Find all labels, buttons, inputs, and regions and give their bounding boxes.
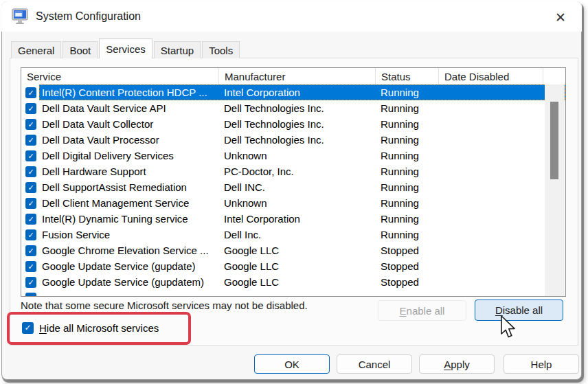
- cell-status: Running: [376, 100, 439, 116]
- cell-date-disabled: [439, 148, 539, 163]
- table-row[interactable]: ✓Dell Hardware SupportPC-Doctor, Inc.Run…: [21, 163, 565, 179]
- note-text: Note that some secure Microsoft services…: [21, 300, 308, 311]
- cell-status: Running: [376, 84, 439, 100]
- row-text[interactable]: Dell Digital Delivery ServicesUnknownRun…: [39, 148, 565, 163]
- tab-startup[interactable]: Startup: [154, 41, 201, 58]
- service-checkbox[interactable]: ✓: [25, 150, 36, 161]
- table-row[interactable]: ✓Dell Data Vault Service APIDell Technol…: [21, 100, 565, 116]
- cell-service: Fusion Service: [39, 227, 219, 242]
- checkbox-cell: ✓: [21, 148, 39, 163]
- column-header-manufacturer[interactable]: Manufacturer: [219, 68, 376, 84]
- table-row[interactable]: ✓Intel(R) Dynamic Tuning serviceIntel Co…: [21, 211, 565, 227]
- cell-service: Dell Digital Delivery Services: [39, 148, 219, 163]
- table-row[interactable]: ✓Intel(R) Content Protection HDCP ...Int…: [21, 84, 565, 100]
- cell-status: Running: [376, 163, 439, 179]
- cell-service: Dell Client Management Service: [39, 195, 219, 211]
- screenshot-stage: System Configuration ✕ General Boot Serv…: [0, 0, 588, 384]
- scrollbar-thumb[interactable]: [550, 102, 558, 179]
- service-checkbox[interactable]: ✓: [25, 229, 36, 240]
- cell-status: Running: [376, 132, 439, 148]
- checkbox-cell: ✓: [21, 242, 39, 258]
- apply-button[interactable]: Apply: [419, 354, 495, 374]
- table-row[interactable]: ✓Dell Client Management ServiceUnknownRu…: [21, 195, 565, 211]
- row-text[interactable]: Google Chrome Elevation Service ...Googl…: [39, 242, 565, 258]
- row-text[interactable]: Dell Data Vault CollectorDell Technologi…: [39, 116, 565, 132]
- help-button[interactable]: Help: [504, 354, 579, 374]
- table-row[interactable]: ✓Dell Data Vault CollectorDell Technolog…: [21, 116, 565, 132]
- table-row-partial[interactable]: [21, 290, 565, 297]
- service-checkbox[interactable]: ✓: [25, 103, 36, 114]
- table-row[interactable]: ✓Fusion ServiceDell Inc.Running: [21, 227, 565, 242]
- cell-status: Stopped: [376, 274, 439, 290]
- row-text[interactable]: Intel(R) Dynamic Tuning serviceIntel Cor…: [39, 211, 565, 227]
- service-checkbox[interactable]: [25, 293, 36, 297]
- tab-services[interactable]: Services: [99, 38, 152, 58]
- service-checkbox[interactable]: ✓: [25, 135, 36, 146]
- hide-microsoft-services-row[interactable]: ✓ Hide all Microsoft services: [22, 322, 159, 334]
- cell-status: Running: [376, 211, 439, 227]
- cell-manufacturer: Google LLC: [219, 258, 376, 274]
- table-row[interactable]: ✓Dell SupportAssist RemediationDell INC.…: [21, 179, 565, 195]
- table-row[interactable]: ✓Google Update Service (gupdate)Google L…: [21, 258, 565, 274]
- cell-manufacturer: Unknown: [219, 148, 376, 163]
- column-header-date-disabled[interactable]: Date Disabled: [439, 68, 543, 84]
- service-checkbox[interactable]: ✓: [25, 198, 36, 209]
- row-text[interactable]: Dell Hardware SupportPC-Doctor, Inc.Runn…: [39, 163, 565, 179]
- hide-microsoft-services-checkbox[interactable]: ✓: [22, 322, 34, 334]
- cell-manufacturer: Intel Corporation: [219, 211, 376, 227]
- table-row[interactable]: ✓Dell Data Vault ProcessorDell Technolog…: [21, 132, 565, 148]
- cell-date-disabled: [439, 242, 539, 258]
- cell-status: Running: [376, 148, 439, 163]
- row-text[interactable]: Google Update Service (gupdate)Google LL…: [39, 258, 565, 274]
- msconfig-monitor-icon: [11, 8, 30, 25]
- service-checkbox[interactable]: ✓: [25, 166, 36, 177]
- cell-status: Running: [376, 227, 439, 242]
- close-icon[interactable]: ✕: [552, 8, 569, 26]
- hide-microsoft-services-label: Hide all Microsoft services: [39, 322, 159, 334]
- row-text[interactable]: Dell Data Vault Service APIDell Technolo…: [39, 100, 565, 116]
- cell-date-disabled: [439, 274, 539, 290]
- checkbox-cell: ✓: [21, 258, 39, 274]
- table-row[interactable]: ✓Dell Digital Delivery ServicesUnknownRu…: [21, 148, 565, 163]
- service-checkbox[interactable]: ✓: [25, 245, 36, 256]
- cell-service: Dell Hardware Support: [39, 163, 219, 179]
- row-text[interactable]: Dell Data Vault ProcessorDell Technologi…: [39, 132, 565, 148]
- checkbox-cell: [21, 290, 39, 297]
- vertical-scrollbar[interactable]: [545, 84, 565, 296]
- checkbox-cell: ✓: [21, 163, 39, 179]
- disable-all-button[interactable]: Disable all: [475, 300, 563, 321]
- enable-all-button[interactable]: Enable all: [378, 300, 466, 321]
- checkbox-cell: ✓: [21, 116, 39, 132]
- service-checkbox[interactable]: ✓: [25, 261, 36, 272]
- row-text[interactable]: Fusion ServiceDell Inc.Running: [39, 227, 565, 242]
- column-header-status[interactable]: Status: [376, 68, 439, 84]
- tab-general[interactable]: General: [11, 41, 61, 58]
- column-header-service[interactable]: Service: [21, 68, 219, 84]
- table-row[interactable]: ✓Google Update Service (gupdatem)Google …: [21, 274, 565, 290]
- service-checkbox[interactable]: ✓: [25, 182, 36, 193]
- services-table: Service Manufacturer Status Date Disable…: [21, 67, 566, 297]
- window-title: System Configuration: [36, 10, 141, 23]
- row-text[interactable]: Intel(R) Content Protection HDCP ...Inte…: [39, 84, 565, 100]
- tab-boot[interactable]: Boot: [63, 41, 98, 58]
- titlebar: System Configuration ✕: [1, 1, 582, 32]
- ok-button[interactable]: OK: [254, 354, 330, 374]
- cell-manufacturer: Google LLC: [219, 274, 376, 290]
- service-checkbox[interactable]: ✓: [25, 214, 36, 225]
- cell-service: Google Update Service (gupdatem): [39, 274, 219, 290]
- checkbox-cell: ✓: [21, 100, 39, 116]
- row-text[interactable]: Dell SupportAssist RemediationDell INC.R…: [39, 179, 565, 195]
- row-text[interactable]: Google Update Service (gupdatem)Google L…: [39, 274, 565, 290]
- tab-tools[interactable]: Tools: [202, 41, 240, 58]
- cell-date-disabled: [439, 195, 539, 211]
- cell-manufacturer: Dell Technologies Inc.: [219, 132, 376, 148]
- cell-status: Running: [376, 179, 439, 195]
- checkbox-cell: ✓: [21, 227, 39, 242]
- service-checkbox[interactable]: ✓: [25, 87, 36, 98]
- service-checkbox[interactable]: ✓: [25, 277, 36, 288]
- cancel-button[interactable]: Cancel: [337, 354, 412, 374]
- row-text[interactable]: Dell Client Management ServiceUnknownRun…: [39, 195, 565, 211]
- cell-service: Dell Data Vault Collector: [39, 116, 219, 132]
- service-checkbox[interactable]: ✓: [25, 119, 36, 130]
- table-row[interactable]: ✓Google Chrome Elevation Service ...Goog…: [21, 242, 565, 258]
